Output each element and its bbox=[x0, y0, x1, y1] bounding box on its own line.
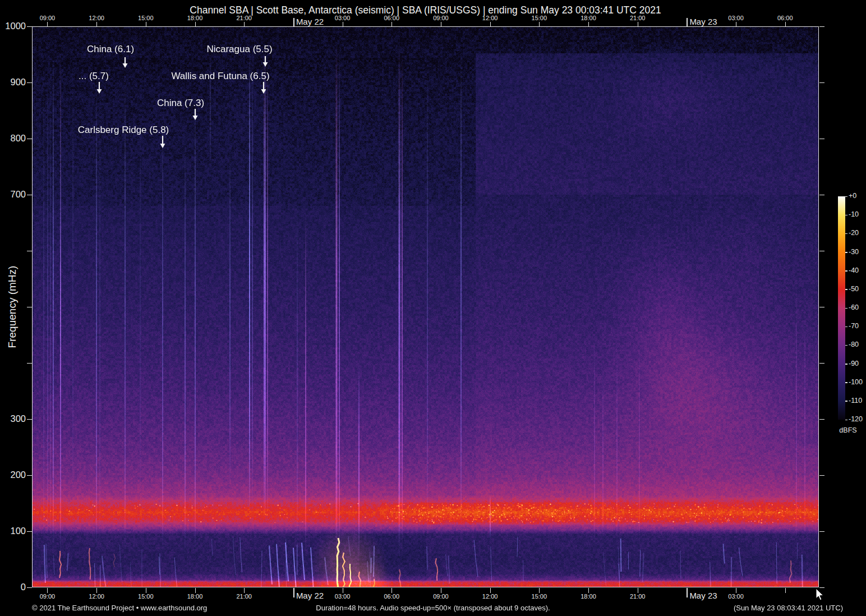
x-tick-label: 12:00 bbox=[89, 593, 104, 600]
y-tick-label: 0 bbox=[0, 582, 26, 592]
x-tick-label: May 23 bbox=[689, 591, 717, 600]
x-tick bbox=[490, 588, 491, 593]
y-tick bbox=[27, 587, 32, 589]
colorbar-tick-label: -110 bbox=[849, 397, 862, 404]
y-tick bbox=[27, 531, 32, 532]
y-tick bbox=[27, 419, 32, 420]
colorbar-tick bbox=[845, 420, 847, 421]
y-tick bbox=[819, 195, 824, 196]
colorbar-tick-label: -50 bbox=[849, 285, 859, 293]
x-tick bbox=[244, 22, 245, 26]
spectrogram-page: Channel SBA | Scott Base, Antarctica (se… bbox=[0, 0, 866, 616]
colorbar-tick bbox=[845, 270, 847, 272]
x-tick bbox=[588, 588, 589, 593]
x-tick bbox=[343, 22, 343, 26]
colorbar-tick bbox=[845, 364, 847, 365]
x-tick-label: 12:00 bbox=[89, 15, 104, 21]
x-tick-label: 12:00 bbox=[482, 593, 498, 600]
y-tick bbox=[27, 307, 32, 308]
y-tick bbox=[819, 531, 824, 532]
y-tick bbox=[27, 82, 32, 84]
mouse-cursor bbox=[816, 589, 823, 600]
x-tick-label: 03:00 bbox=[728, 15, 744, 21]
y-tick-label: 1000 bbox=[0, 21, 26, 31]
colorbar-tick bbox=[845, 327, 847, 328]
colorbar-tick-label: -70 bbox=[849, 322, 859, 330]
x-tick bbox=[736, 588, 736, 593]
y-tick bbox=[819, 82, 824, 84]
annotation-label: Wallis and Futuna (6.5) bbox=[171, 71, 269, 82]
colorbar-tick-label: +0 bbox=[849, 192, 856, 200]
colorbar-tick-label: -120 bbox=[849, 415, 863, 423]
annotation-label: Carlsberg Ridge (5.8) bbox=[78, 125, 169, 136]
colorbar-tick-label: -30 bbox=[849, 248, 859, 256]
colorbar-tick bbox=[845, 401, 847, 402]
x-tick bbox=[441, 22, 441, 26]
colorbar-tick-label: -60 bbox=[849, 304, 859, 311]
y-tick bbox=[819, 251, 824, 252]
x-tick-label: 06:00 bbox=[777, 15, 793, 21]
x-tick-label: 15:00 bbox=[532, 593, 547, 600]
annotation-label: China (7.3) bbox=[157, 98, 204, 109]
spectrogram-image bbox=[32, 26, 819, 587]
x-tick bbox=[441, 588, 441, 593]
x-tick bbox=[539, 22, 540, 26]
x-tick-label: May 22 bbox=[296, 17, 324, 26]
y-tick bbox=[819, 307, 824, 308]
colorbar-tick-label: -80 bbox=[849, 341, 859, 348]
x-tick bbox=[785, 22, 786, 26]
x-tick-label: 09:00 bbox=[433, 15, 449, 21]
colorbar-tick bbox=[845, 252, 847, 253]
y-tick-label: 300 bbox=[0, 413, 26, 424]
colorbar-tick-label: -20 bbox=[849, 229, 859, 237]
x-tick-label: 18:00 bbox=[581, 15, 596, 21]
colorbar-tick bbox=[845, 215, 847, 216]
y-tick bbox=[819, 139, 824, 140]
colorbar-unit-label: dBFS bbox=[835, 426, 861, 434]
x-tick-label: 21:00 bbox=[236, 15, 252, 21]
x-tick-label: 15:00 bbox=[532, 15, 547, 21]
x-tick bbox=[391, 22, 392, 26]
colorbar-tick-label: -10 bbox=[849, 210, 859, 218]
x-tick-label: May 23 bbox=[689, 17, 717, 26]
x-tick-label: 15:00 bbox=[138, 15, 154, 21]
x-tick bbox=[490, 22, 491, 26]
y-tick-label: 200 bbox=[0, 470, 26, 480]
x-tick-label: May 22 bbox=[296, 591, 324, 600]
colorbar-tick-label: -100 bbox=[849, 378, 863, 386]
colorbar-tick bbox=[845, 233, 847, 235]
x-tick bbox=[736, 22, 736, 26]
x-tick bbox=[244, 588, 245, 593]
y-tick bbox=[27, 251, 32, 252]
colorbar-tick bbox=[845, 308, 847, 309]
x-tick-label: 09:00 bbox=[433, 593, 449, 600]
y-tick bbox=[27, 26, 32, 27]
x-tick bbox=[293, 18, 294, 26]
y-tick-label: 700 bbox=[0, 189, 26, 200]
y-tick bbox=[27, 363, 32, 364]
colorbar-tick bbox=[845, 382, 847, 383]
x-tick-label: 12:00 bbox=[482, 15, 498, 21]
x-tick-label: 03:00 bbox=[335, 593, 351, 600]
colorbar-tick bbox=[845, 289, 847, 290]
x-tick-label: 21:00 bbox=[236, 593, 252, 600]
y-axis-label: Frequency (mHz) bbox=[6, 266, 19, 348]
x-tick bbox=[687, 18, 688, 26]
y-tick-label: 100 bbox=[0, 526, 26, 536]
x-tick-label: 09:00 bbox=[40, 15, 56, 21]
x-tick bbox=[96, 22, 97, 26]
x-tick-label: 09:00 bbox=[40, 593, 56, 600]
y-tick bbox=[27, 139, 32, 140]
y-tick bbox=[27, 475, 32, 476]
x-tick bbox=[343, 588, 343, 593]
x-tick-label: 18:00 bbox=[187, 15, 203, 21]
x-tick-label: 06:00 bbox=[384, 593, 399, 600]
x-tick bbox=[146, 588, 146, 593]
y-tick bbox=[819, 587, 824, 589]
y-tick bbox=[819, 419, 824, 420]
x-tick bbox=[146, 22, 146, 26]
x-tick-label: 21:00 bbox=[630, 15, 646, 21]
y-tick-label: 800 bbox=[0, 133, 26, 144]
colorbar-tick bbox=[845, 196, 847, 197]
annotation-label: China (6.1) bbox=[87, 44, 134, 55]
